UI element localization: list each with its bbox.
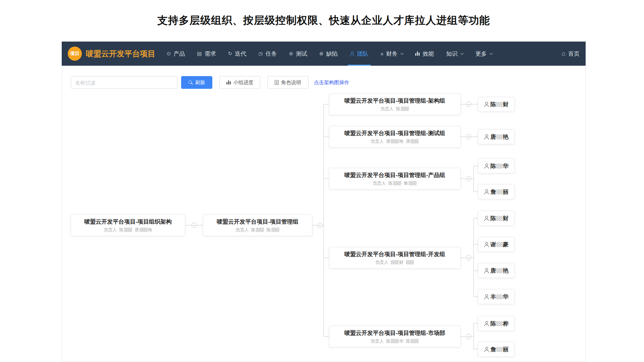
app-window: 项目 唛盟云开发平台项目 ⊙ 产品 ▤ 需求 ↻ 迭代 ◷ 任务 ⊚ 测试 [62,42,586,362]
person-icon [484,134,489,139]
owner-label: 负责人 [381,106,394,112]
nav-label: 知识 [446,50,458,58]
redacted-name [496,102,503,107]
redacted-name [256,228,264,232]
person-icon [484,216,489,221]
redacted-name [496,134,503,139]
org-node-root[interactable]: 唛盟云开发平台项目-项目组织架构 负责人 陈 唐艳 [71,215,185,236]
member-card[interactable]: 陈华 [478,159,515,173]
nav-item-team[interactable]: 团队 [350,42,369,66]
name-filter-input[interactable] [71,76,177,89]
member-card[interactable]: 詹丽 [478,184,515,199]
collapse-toggle[interactable] [466,134,471,139]
role-description-button[interactable]: 角色说明 [267,76,309,89]
person-icon [484,347,489,352]
member-card[interactable]: 陈桦 [478,316,515,331]
page-heading: 支持多层级组织、按层级控制权限、快速从企业人才库拉人进组等功能 [62,13,586,27]
member-name: 唐艳 [490,133,508,141]
nav-label: 更多 [475,50,487,58]
nav-item-requirement[interactable]: ▤ 需求 [197,42,216,66]
defect-icon: ⊗ [319,51,324,57]
chevron-down-icon [400,51,404,55]
node-title: 唛盟云开发平台项目-项目管理组 [217,218,299,226]
redacted-name [496,242,503,247]
redacted-name [496,216,503,221]
org-node-market-dept[interactable]: 唛盟云开发平台项目-项目管理组-市场部 负责人 陈华 陈 [329,326,461,347]
redacted-name [391,339,399,343]
member-name: 谢豪 [490,241,508,248]
diagram-action-link[interactable]: 点击架构图操作 [314,76,349,89]
person-icon [484,102,489,107]
member-card[interactable]: 谢豪 [478,237,515,252]
project-logo: 项目 [68,47,82,61]
refresh-button[interactable]: 刷新 [181,76,212,89]
nav-label: 迭代 [235,50,246,58]
collapse-toggle[interactable] [466,102,471,107]
collapse-toggle[interactable] [466,176,471,181]
member-card[interactable]: 陈财 [478,97,515,112]
org-node-manager[interactable]: 唛盟云开发平台项目-项目管理组 负责人 陈 陈 [203,215,312,236]
member-name: 陈桦 [490,320,508,327]
nav-item-task[interactable]: ◷ 任务 [258,42,277,66]
org-node-architecture-group[interactable]: 唛盟云开发平台项目-项目管理组-架构组 负责人 陈 [329,94,461,115]
person-icon [484,268,489,273]
org-node-dev-group[interactable]: 唛盟云开发平台项目-项目管理组-开发组 负责人 财 [329,247,461,268]
redacted-name [391,139,399,143]
nav-item-test[interactable]: ⊚ 测试 [289,42,307,66]
node-title: 唛盟云开发平台项目-项目管理组-市场部 [344,329,445,337]
redacted-name [393,181,401,185]
node-owner: 负责人 陈 陈 [236,227,280,233]
owner-label: 负责人 [375,259,388,265]
owner-label: 负责人 [236,227,249,233]
chevron-down-icon [490,51,493,55]
node-title: 唛盟云开发平台项目-项目管理组-架构组 [344,97,445,105]
project-title: 唛盟云开发平台项目 [86,49,155,59]
org-node-product-group[interactable]: 唛盟云开发平台项目-项目管理组-产品组 负责人 陈 詹 [329,168,461,189]
nav-item-performance[interactable]: 效能 [415,42,434,66]
nav-item-more[interactable]: 更多 [475,42,492,66]
node-owner: 负责人 陈华 陈 [371,338,419,344]
person-icon [484,321,489,326]
node-owner: 负责人 陈 [381,106,409,112]
bar-chart-icon [226,80,231,84]
redacted-name [140,228,148,232]
redacted-name [406,260,414,264]
org-node-test-group[interactable]: 唛盟云开发平台项目-项目管理组-测试组 负责人 唐艳 唐 [329,126,461,147]
member-card[interactable]: 詹丽 [478,342,515,357]
group-progress-button[interactable]: 小组进度 [219,76,260,89]
nav-item-knowledge[interactable]: 知识 [446,42,463,66]
collapse-toggle[interactable] [466,255,471,260]
node-title: 唛盟云开发平台项目-项目管理组-测试组 [344,129,445,137]
person-icon [484,294,489,299]
member-card[interactable]: 丰华 [478,289,515,304]
performance-bars-icon [415,52,420,56]
nav-item-iteration[interactable]: ↻ 迭代 [228,42,247,66]
nav-label: 效能 [423,50,434,58]
roles-label: 角色说明 [281,79,301,86]
collapse-toggle[interactable] [317,223,323,228]
top-navbar: 项目 唛盟云开发平台项目 ⊙ 产品 ▤ 需求 ↻ 迭代 ◷ 任务 ⊚ 测试 [62,42,586,66]
progress-label: 小组进度 [233,79,254,86]
finance-icon: ≡ [381,51,384,57]
nav-item-product[interactable]: ⊙ 产品 [167,42,185,66]
owner-label: 负责人 [371,338,384,344]
nav-label: 需求 [205,50,216,58]
member-name: 詹丽 [490,188,508,196]
collapse-toggle[interactable] [192,223,197,228]
redacted-name [496,268,503,273]
member-name: 唐艳 [490,267,508,275]
task-clock-icon: ◷ [258,51,263,57]
member-card[interactable]: 唐艳 [478,129,515,144]
redacted-name [496,321,503,326]
nav-item-defect[interactable]: ⊗ 缺陷 [319,42,338,66]
nav-item-home[interactable]: ⌂ 首页 [562,42,580,66]
nav-item-finance[interactable]: ≡ 财务 [381,42,404,66]
team-person-icon [350,51,355,56]
collapse-toggle[interactable] [466,334,471,339]
member-card[interactable]: 陈财 [478,211,515,226]
member-name: 陈财 [490,101,508,108]
member-card[interactable]: 唐艳 [478,263,515,278]
nav-label: 财务 [386,50,397,58]
product-icon: ⊙ [167,51,171,57]
person-icon [484,189,489,194]
